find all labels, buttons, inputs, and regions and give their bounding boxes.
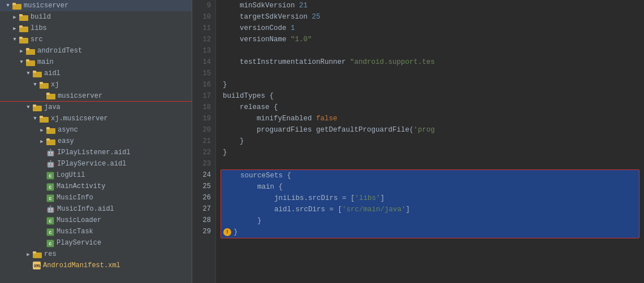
- xml-icon: XML: [33, 262, 41, 269]
- tree-label: xj.musicserver: [51, 115, 192, 123]
- expand-arrow: [11, 25, 18, 32]
- folder-icon: [33, 104, 42, 111]
- spacer: [38, 172, 45, 178]
- code-line-19: minifyEnabled false: [223, 113, 637, 124]
- code-line-26: jniLibs.srcDirs = ['libs']: [223, 193, 637, 204]
- svg-rect-19: [33, 105, 36, 107]
- code-line-29: ! }: [223, 227, 637, 238]
- tree-item-java[interactable]: java: [0, 102, 192, 113]
- folder-icon: [33, 251, 42, 258]
- code-line-16: }: [223, 79, 637, 90]
- folder-icon: [19, 14, 28, 21]
- code-line-21: }: [223, 136, 637, 147]
- tree-label: aidl: [44, 69, 192, 77]
- tree-label: MusicInfo.aidl: [57, 205, 192, 213]
- tree-item-aidl[interactable]: aidl: [0, 68, 192, 79]
- tree-item-src[interactable]: src: [0, 34, 192, 45]
- svg-rect-17: [46, 93, 50, 95]
- tree-item-libs[interactable]: libs: [0, 23, 192, 34]
- spacer: [38, 228, 45, 235]
- spacer: [38, 149, 45, 156]
- tree-item-iplaylistener[interactable]: 🤖 IPlayListener.aidl: [0, 147, 192, 158]
- svg-rect-9: [26, 48, 29, 50]
- tree-item-musicloader[interactable]: C MusicLoader: [0, 215, 192, 226]
- code-line-22: }: [223, 147, 637, 158]
- tree-label: AndroidManifest.xml: [43, 262, 192, 269]
- tree-label: build: [31, 13, 192, 21]
- tree-label: IPlayService.aidl: [57, 160, 192, 168]
- tree-item-iplayservice[interactable]: 🤖 IPlayService.aidl: [0, 158, 192, 169]
- spacer: [38, 194, 45, 201]
- tree-label: xj: [51, 81, 192, 89]
- tree-item-xj[interactable]: xj: [0, 79, 192, 90]
- expand-arrow: [25, 251, 32, 258]
- code-line-13: [223, 45, 637, 56]
- tree-label: musicserver: [58, 92, 192, 100]
- tree-item-musicinfo-aidl[interactable]: 🤖 MusicInfo.aidl: [0, 203, 192, 215]
- tree-label: main: [37, 58, 192, 66]
- tree-item-musicserver[interactable]: musicserver: [0, 0, 192, 11]
- tree-item-main[interactable]: main: [0, 56, 192, 68]
- svg-rect-23: [46, 127, 50, 129]
- tree-label: MainActivity: [57, 182, 192, 190]
- code-line-12: versionName "1.0": [223, 34, 637, 45]
- folder-icon: [19, 25, 28, 32]
- tree-label: easy: [58, 137, 192, 145]
- tree-item-androidmanifest[interactable]: XML AndroidManifest.xml: [0, 260, 192, 271]
- expand-arrow: [32, 81, 38, 88]
- expand-arrow: [18, 59, 25, 66]
- tree-item-build[interactable]: build: [0, 11, 192, 23]
- tree-label: java: [44, 103, 192, 111]
- aidl-icon: 🤖: [46, 149, 55, 157]
- class-icon: C: [46, 217, 54, 225]
- folder-icon: [26, 47, 35, 55]
- folder-icon: [46, 127, 55, 134]
- tree-item-musicserver-sub[interactable]: musicserver: [0, 90, 192, 102]
- expand-arrow: [38, 93, 45, 99]
- spacer: [25, 262, 32, 269]
- code-line-10: targetSdkVersion 25: [223, 11, 637, 23]
- tree-item-xj-musicserver[interactable]: xj.musicserver: [0, 113, 192, 124]
- tree-item-playservice[interactable]: C PlayService: [0, 237, 192, 249]
- tree-item-easy[interactable]: easy: [0, 136, 192, 147]
- spacer: [38, 160, 45, 167]
- expand-arrow: [38, 138, 45, 145]
- warning-icon: !: [223, 228, 231, 236]
- folder-icon: [46, 138, 55, 145]
- tree-item-res[interactable]: res: [0, 249, 192, 260]
- tree-label: PlayService: [57, 239, 192, 247]
- tree-item-mainactivity[interactable]: C MainActivity: [0, 181, 192, 192]
- tree-item-androidtest[interactable]: androidTest: [0, 45, 192, 56]
- svg-rect-15: [40, 82, 43, 84]
- expand-arrow: [32, 115, 38, 122]
- tree-item-logutil[interactable]: C LogUtil: [0, 169, 192, 181]
- svg-rect-27: [33, 251, 36, 254]
- code-line-28: }: [223, 215, 637, 227]
- expand-arrow: [25, 104, 32, 111]
- code-line-18: release {: [223, 102, 637, 113]
- tree-item-musictask[interactable]: C MusicTask: [0, 226, 192, 237]
- svg-rect-3: [19, 14, 23, 16]
- tree-label: musicserver: [24, 2, 192, 10]
- svg-rect-21: [40, 116, 43, 118]
- expand-arrow: [18, 47, 25, 54]
- code-lines: minSdkVersion 21 targetSdkVersion 25 ver…: [216, 0, 644, 283]
- file-tree-panel: musicserver build libs src a: [0, 0, 192, 283]
- code-line-20: proguardFiles getDefaultProguardFile('pr…: [223, 124, 637, 136]
- class-icon: C: [46, 172, 54, 180]
- spacer: [38, 206, 45, 212]
- svg-rect-5: [19, 25, 23, 28]
- spacer: [38, 217, 45, 224]
- folder-icon: [12, 2, 21, 10]
- code-line-14: testInstrumentationRunner "android.suppo…: [223, 56, 637, 68]
- tree-item-async[interactable]: async: [0, 124, 192, 136]
- svg-rect-25: [46, 138, 50, 141]
- folder-icon: [19, 36, 28, 43]
- folder-icon: [26, 59, 35, 66]
- line-numbers: 9 10 11 12 13 14 15 16 17 18 19 20 21 22…: [192, 0, 216, 283]
- tree-label: MusicLoader: [57, 216, 192, 224]
- tree-label: IPlayListener.aidl: [57, 149, 192, 156]
- code-line-9: minSdkVersion 21: [223, 0, 637, 11]
- tree-item-musicinfo[interactable]: C MusicInfo: [0, 192, 192, 203]
- class-icon: C: [46, 183, 54, 191]
